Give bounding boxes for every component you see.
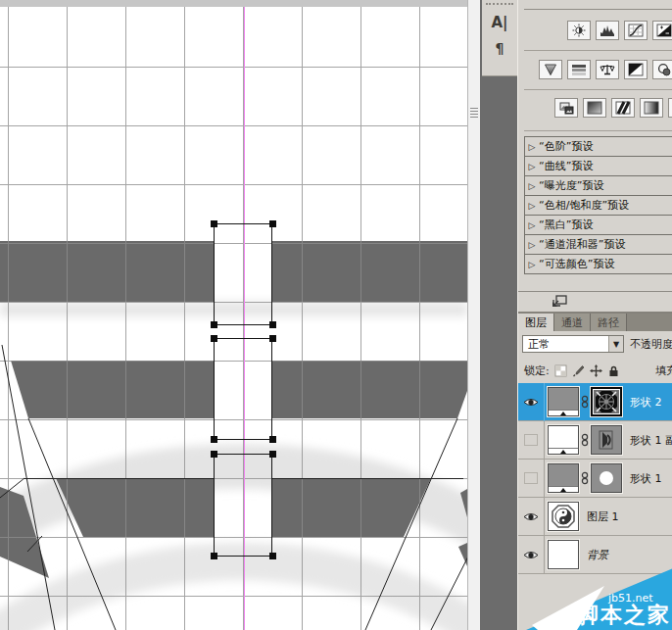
adjustments-row-3 — [554, 98, 672, 118]
layer-name[interactable]: 图层 1 — [587, 509, 619, 524]
dock-drag-handle[interactable] — [486, 3, 513, 9]
layer-row-layer1[interactable]: 图层 1 — [518, 498, 672, 536]
tab-layers[interactable]: 图层 — [518, 314, 554, 331]
row-separator — [524, 50, 672, 51]
blend-mode-row: 正常 ▼ 不透明度 — [518, 331, 672, 357]
preset-row-selective-color[interactable]: ▷“可选颜色”预设 — [525, 255, 672, 274]
tab-channels[interactable]: 通道 — [554, 314, 591, 331]
hue-saturation-icon[interactable] — [567, 60, 591, 79]
site-watermark: jb51.net 脚本之家 — [518, 568, 672, 630]
partial-wheel-shape — [595, 428, 618, 452]
paragraph-panel-icon[interactable]: ¶ — [486, 36, 513, 60]
invert-icon[interactable] — [583, 98, 606, 118]
layer-thumbnail[interactable] — [548, 463, 579, 493]
disclosure-triangle-icon[interactable]: ▷ — [525, 240, 539, 250]
disclosure-triangle-icon[interactable]: ▷ — [525, 260, 539, 269]
preset-label: “曝光度”预设 — [539, 178, 603, 193]
lock-transparency-icon[interactable] — [554, 364, 567, 377]
photo-filter-icon[interactable] — [652, 60, 672, 79]
layer-list: 形状 2 形状 1 副本 形状 1 — [518, 383, 672, 574]
eye-empty-well — [524, 434, 538, 446]
color-balance-icon[interactable] — [596, 60, 619, 79]
eye-empty-well — [524, 472, 538, 484]
preset-row-curves[interactable]: ▷“曲线”预设 — [525, 157, 672, 176]
preset-label: “色相/饱和度”预设 — [539, 198, 629, 213]
divider-grip[interactable] — [470, 106, 478, 120]
tab-paths[interactable]: 路径 — [591, 314, 627, 331]
layer-name[interactable]: 形状 1 副本 — [630, 433, 672, 448]
row-separator — [524, 89, 672, 90]
layer-row-shape2[interactable]: 形状 2 — [518, 383, 672, 421]
link-icon — [581, 433, 589, 447]
eye-icon — [523, 397, 539, 408]
fill-label: 填充 — [655, 363, 672, 378]
layer-thumbnail[interactable] — [548, 502, 579, 531]
vector-mask-thumbnail[interactable] — [591, 425, 622, 455]
expanded-view-icon[interactable] — [551, 295, 568, 310]
adjustments-preset-list: ▷“色阶”预设 ▷“曲线”预设 ▷“曝光度”预设 ▷“色相/饱和度”预设 ▷“黑… — [524, 136, 672, 274]
pane-divider[interactable] — [467, 0, 480, 630]
row-separator — [524, 130, 672, 131]
panel-divider — [524, 9, 672, 10]
character-panel-icon[interactable]: A| — [486, 11, 513, 34]
layer-thumbnail[interactable] — [548, 387, 579, 416]
visibility-toggle[interactable] — [518, 498, 545, 536]
visibility-toggle[interactable] — [518, 460, 545, 498]
layer-thumbnail[interactable] — [548, 540, 579, 569]
layer-thumbnail[interactable] — [548, 425, 579, 455]
layer-name[interactable]: 形状 1 — [630, 471, 662, 486]
circle-shape — [595, 466, 618, 490]
visibility-toggle[interactable] — [518, 383, 545, 421]
preset-row-black-white[interactable]: ▷“黑白”预设 — [525, 216, 672, 235]
lock-position-move-icon[interactable] — [590, 364, 602, 377]
lock-row: 锁定: 填充 — [518, 359, 672, 382]
posterize-icon[interactable] — [611, 98, 635, 118]
selective-color-icon[interactable] — [668, 98, 672, 118]
panel-dock-strip: A| ¶ — [480, 0, 517, 630]
right-panel-group: ▷“色阶”预设 ▷“曲线”预设 ▷“曝光度”预设 ▷“色相/饱和度”预设 ▷“黑… — [517, 0, 672, 630]
panel-divider — [518, 291, 672, 292]
chevron-down-icon[interactable]: ▼ — [608, 336, 623, 352]
preset-row-levels[interactable]: ▷“色阶”预设 — [525, 137, 672, 157]
link-icon — [581, 471, 589, 485]
brightness-contrast-icon[interactable] — [567, 21, 591, 40]
disclosure-triangle-icon[interactable]: ▷ — [525, 181, 539, 191]
lock-all-padlock-icon[interactable] — [607, 364, 620, 377]
opacity-label: 不透明度 — [630, 337, 672, 352]
vector-mask-thumbnail[interactable] — [591, 463, 622, 493]
preset-label: “色阶”预设 — [539, 139, 593, 154]
wheel-shape — [595, 390, 618, 413]
disclosure-triangle-icon[interactable]: ▷ — [525, 142, 539, 152]
channel-mixer-icon[interactable] — [554, 98, 578, 118]
collapsed-panel-column: A| ¶ — [482, 0, 517, 76]
preset-row-channel-mixer[interactable]: ▷“通道混和器”预设 — [525, 235, 672, 255]
preset-label: “通道混和器”预设 — [539, 237, 625, 252]
document-canvas[interactable] — [0, 0, 480, 630]
visibility-toggle[interactable] — [518, 421, 545, 460]
black-white-icon[interactable] — [624, 60, 648, 79]
preset-label: “曲线”预设 — [539, 159, 593, 173]
layer-name[interactable]: 背景 — [587, 548, 608, 562]
preset-row-exposure[interactable]: ▷“曝光度”预设 — [525, 176, 672, 196]
layer-row-shape1[interactable]: 形状 1 — [518, 460, 672, 498]
layer-name[interactable]: 形状 2 — [630, 395, 662, 410]
disclosure-triangle-icon[interactable]: ▷ — [525, 220, 539, 230]
link-icon — [581, 395, 589, 409]
blend-mode-select[interactable]: 正常 ▼ — [522, 335, 624, 353]
adjustments-row-2 — [539, 60, 672, 79]
curves-icon[interactable] — [624, 21, 648, 40]
disclosure-triangle-icon[interactable]: ▷ — [525, 162, 539, 171]
vector-mask-thumbnail[interactable] — [591, 387, 622, 416]
preset-row-hue-saturation[interactable]: ▷“色相/饱和度”预设 — [525, 196, 672, 216]
exposure-icon[interactable] — [652, 21, 672, 40]
bagua-image — [549, 503, 578, 530]
lock-image-brush-icon[interactable] — [572, 364, 585, 377]
eye-icon — [523, 511, 539, 522]
levels-icon[interactable] — [596, 21, 619, 40]
disclosure-triangle-icon[interactable]: ▷ — [525, 201, 539, 211]
eye-icon — [523, 550, 539, 560]
canvas-drawing — [0, 0, 467, 630]
vibrance-icon[interactable] — [539, 60, 562, 79]
layer-row-shape1-copy[interactable]: 形状 1 副本 — [518, 421, 672, 460]
gradient-map-icon[interactable] — [640, 98, 663, 118]
